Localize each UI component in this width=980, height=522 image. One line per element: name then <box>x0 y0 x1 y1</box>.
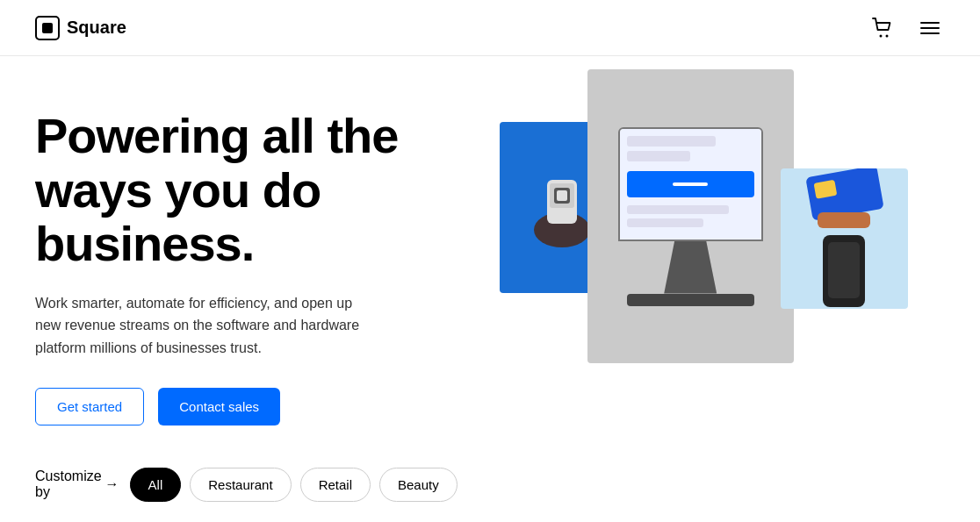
filter-beauty[interactable]: Beauty <box>379 468 458 502</box>
right-column <box>458 56 945 522</box>
pos-image <box>587 69 794 363</box>
filter-pills: All Restaurant Retail Beauty <box>130 468 458 502</box>
svg-point-2 <box>880 34 883 37</box>
menu-button[interactable] <box>915 13 945 43</box>
left-column: Powering all the ways you do business. W… <box>35 56 458 522</box>
tap-to-pay-image <box>781 168 908 309</box>
filter-all[interactable]: All <box>130 468 182 502</box>
svg-rect-11 <box>557 190 567 201</box>
logo-text: Square <box>67 18 126 38</box>
get-started-button[interactable]: Get started <box>35 388 144 425</box>
square-logo-icon <box>35 16 60 40</box>
customize-label: Customize by → <box>35 468 119 500</box>
cta-buttons: Get started Contact sales <box>35 388 458 425</box>
hero-description: Work smarter, automate for efficiency, a… <box>35 292 369 360</box>
svg-rect-1 <box>42 23 53 33</box>
svg-point-3 <box>886 34 889 37</box>
logo[interactable]: Square <box>35 16 126 40</box>
hero-title: Powering all the ways you do business. <box>35 109 458 271</box>
customize-section: Customize by → All Restaurant Retail Bea… <box>35 468 458 502</box>
cart-button[interactable] <box>868 13 897 43</box>
cart-icon <box>871 17 894 39</box>
hamburger-icon <box>919 17 941 39</box>
filter-retail[interactable]: Retail <box>300 468 371 502</box>
header-icons <box>868 13 945 43</box>
main-content: Powering all the ways you do business. W… <box>0 56 980 522</box>
header: Square <box>0 0 980 56</box>
filter-restaurant[interactable]: Restaurant <box>190 468 291 502</box>
contact-sales-button[interactable]: Contact sales <box>158 388 280 425</box>
